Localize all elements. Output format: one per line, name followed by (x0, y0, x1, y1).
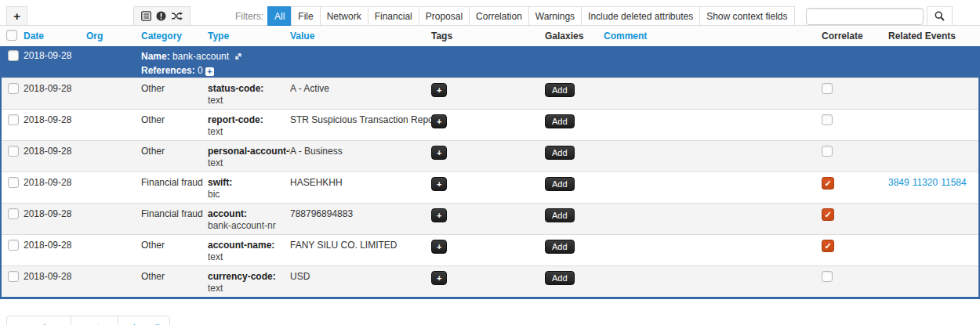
search-button[interactable] (927, 6, 953, 26)
pagination-view-all[interactable]: view all (118, 316, 170, 325)
related-event-link[interactable]: 3849 (888, 177, 909, 188)
attr-value: 788796894883 (290, 208, 431, 219)
table-row: 2018-09-28 Other personal-account-type:t… (2, 140, 978, 172)
object-name-label: Name: (141, 51, 170, 62)
attr-type: currency-code: (208, 271, 290, 282)
attr-category: Other (141, 83, 208, 94)
row-checkbox[interactable] (8, 114, 19, 125)
add-galaxy-button[interactable]: Add (545, 177, 575, 191)
attr-date: 2018-09-28 (24, 114, 86, 125)
header-comment[interactable]: Comment (604, 31, 822, 42)
filter-tab-correlation[interactable]: Correlation (469, 6, 529, 26)
correlate-checkbox[interactable] (822, 83, 833, 94)
pagination-previous[interactable]: « previous (6, 316, 71, 325)
references-label: References: (141, 65, 195, 76)
filter-tab-include-deleted[interactable]: Include deleted attributes (581, 6, 700, 26)
add-tag-button[interactable]: + (431, 240, 447, 254)
attr-subtype: bic (208, 188, 290, 200)
object-block: 2018-09-28 Name: bank-account References… (0, 46, 980, 299)
table-row: 2018-09-28 Other report-code:text STR Su… (2, 109, 978, 140)
row-checkbox[interactable] (8, 177, 19, 188)
add-reference-icon[interactable]: + (205, 67, 214, 76)
pagination: « previous next » view all (6, 316, 170, 325)
list-alt-icon[interactable] (141, 11, 151, 21)
toolbar-icon-group (133, 6, 191, 26)
table-row: 2018-09-28 Other currency-code:text USD … (2, 265, 978, 297)
add-attribute-button[interactable]: + (6, 6, 27, 26)
attr-date: 2018-09-28 (24, 208, 86, 219)
expand-object-icon[interactable] (234, 52, 243, 63)
attr-category: Financial fraud (141, 177, 208, 188)
object-date: 2018-09-28 (24, 50, 86, 61)
attr-date: 2018-09-28 (24, 271, 86, 282)
filter-tab-financial[interactable]: Financial (368, 6, 419, 26)
attr-subtype: text (208, 125, 290, 138)
header-type[interactable]: Type (208, 31, 290, 42)
attr-value: USD (290, 271, 431, 282)
attr-subtype: bank-account-nr (208, 219, 290, 232)
add-tag-button[interactable]: + (431, 177, 447, 191)
shuffle-icon[interactable] (171, 11, 183, 21)
row-checkbox[interactable] (8, 146, 19, 157)
header-tags: Tags (431, 31, 545, 42)
row-checkbox[interactable] (8, 208, 19, 219)
correlate-checkbox[interactable] (822, 208, 834, 221)
filter-tab-warnings[interactable]: Warnings (528, 6, 582, 26)
attr-subtype: text (208, 251, 290, 263)
header-date[interactable]: Date (24, 31, 86, 42)
header-value[interactable]: Value (290, 31, 431, 42)
header-category[interactable]: Category (141, 31, 208, 42)
correlate-checkbox[interactable] (822, 240, 834, 252)
table-header: Date Org Category Type Value Tags Galaxi… (0, 26, 980, 46)
filter-tab-file[interactable]: File (291, 6, 320, 26)
attr-type: swift: (208, 177, 290, 188)
add-tag-button[interactable]: + (431, 208, 447, 222)
attr-date: 2018-09-28 (24, 240, 86, 251)
correlate-checkbox[interactable] (822, 271, 833, 282)
row-checkbox[interactable] (8, 240, 19, 251)
table-row: 2018-09-28 Other account-name:text FANY … (2, 234, 978, 265)
related-event-link[interactable]: 11320 (913, 177, 938, 188)
add-tag-button[interactable]: + (431, 114, 447, 128)
attr-value: A - Active (290, 83, 431, 94)
correlate-checkbox[interactable] (822, 114, 833, 125)
add-tag-button[interactable]: + (431, 271, 447, 285)
add-galaxy-button[interactable]: Add (545, 208, 575, 222)
exclamation-circle-icon[interactable] (156, 11, 166, 21)
header-correlate: Correlate (822, 31, 888, 42)
select-all-checkbox[interactable] (6, 30, 17, 41)
add-galaxy-button[interactable]: Add (545, 146, 575, 160)
attr-category: Financial fraud (141, 208, 208, 219)
table-row: 2018-09-28 Other status-code:text A - Ac… (2, 78, 978, 109)
attr-category: Other (141, 114, 208, 125)
attr-value: STR Suspicious Transaction Report (290, 114, 431, 125)
search-icon (935, 11, 945, 21)
pagination-next[interactable]: next » (71, 316, 118, 325)
attr-type: account: (208, 208, 290, 219)
row-checkbox[interactable] (8, 271, 19, 282)
header-galaxies: Galaxies (545, 31, 604, 42)
attr-value: HASEHKHH (290, 177, 431, 188)
attr-value: A - Business (290, 146, 431, 157)
related-event-link[interactable]: 11584 (941, 177, 966, 188)
filter-tab-network[interactable]: Network (320, 6, 368, 26)
row-checkbox[interactable] (8, 83, 19, 94)
add-tag-button[interactable]: + (431, 146, 447, 160)
correlate-checkbox[interactable] (822, 177, 834, 190)
object-checkbox[interactable] (8, 50, 19, 61)
attr-value: FANY SILU CO. LIMITED (290, 240, 431, 251)
add-galaxy-button[interactable]: Add (545, 271, 575, 285)
filter-tab-proposal[interactable]: Proposal (419, 6, 470, 26)
filter-tab-show-context[interactable]: Show context fields (699, 6, 794, 26)
attr-date: 2018-09-28 (24, 177, 86, 188)
search-input[interactable] (806, 8, 924, 25)
filter-tab-all[interactable]: All (267, 6, 292, 26)
add-tag-button[interactable]: + (431, 83, 447, 97)
attr-category: Other (141, 271, 208, 282)
add-galaxy-button[interactable]: Add (545, 114, 575, 128)
add-galaxy-button[interactable]: Add (545, 83, 575, 97)
add-galaxy-button[interactable]: Add (545, 240, 575, 254)
attr-type: personal-account-type: (208, 146, 290, 157)
header-org[interactable]: Org (86, 31, 141, 42)
correlate-checkbox[interactable] (822, 146, 833, 157)
